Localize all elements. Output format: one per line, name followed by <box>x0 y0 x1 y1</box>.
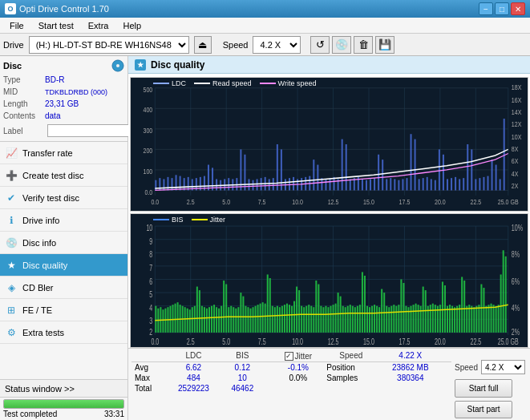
svg-rect-240 <box>364 276 366 333</box>
right-panel: ★ Disc quality LDC Read speed <box>128 56 530 420</box>
nav-create-test-disc[interactable]: ➕ Create test disc <box>0 164 127 187</box>
svg-rect-71 <box>362 179 363 190</box>
speed-select-stats[interactable]: 4.2 X <box>481 360 525 374</box>
nav-extra-tests-label: Extra tests <box>22 328 64 337</box>
svg-text:10X: 10X <box>512 133 522 141</box>
svg-rect-26 <box>180 176 181 191</box>
svg-rect-213 <box>298 290 300 333</box>
speed-label: Speed <box>223 40 249 50</box>
svg-rect-281 <box>463 281 465 333</box>
svg-rect-276 <box>451 306 453 333</box>
svg-rect-241 <box>366 306 368 333</box>
col-speed-label: Speed <box>323 350 378 361</box>
start-part-button[interactable]: Start part <box>455 401 512 419</box>
svg-text:15.0: 15.0 <box>363 199 374 207</box>
drive-select[interactable]: (H:) HL-DT-ST BD-RE WH16NS48 1.D3 <box>29 36 189 54</box>
col-jitter-checkbox: ✓ Jitter <box>273 350 323 361</box>
svg-rect-170 <box>194 306 196 333</box>
chart-bis-svg: 10 9 8 7 6 5 4 3 2 10% 8% 6% 4% 2% <box>131 214 528 347</box>
status-window-button[interactable]: Status window >> <box>0 380 127 398</box>
svg-rect-287 <box>478 305 479 333</box>
svg-text:15.0: 15.0 <box>363 337 374 347</box>
svg-rect-154 <box>155 306 156 333</box>
maximize-button[interactable]: □ <box>495 2 509 15</box>
svg-rect-93 <box>451 178 452 190</box>
speed-select[interactable]: 4.2 X <box>253 36 301 54</box>
samples-value: 380364 <box>378 373 442 383</box>
svg-text:10: 10 <box>146 224 152 233</box>
svg-rect-296 <box>500 274 502 332</box>
svg-rect-34 <box>212 168 213 190</box>
svg-text:2%: 2% <box>512 328 520 337</box>
nav-disc-info[interactable]: 💿 Disc info <box>0 232 127 254</box>
stats-table-area: LDC BIS ✓ Jitter Speed 4.2 <box>131 350 451 418</box>
svg-rect-280 <box>461 277 463 332</box>
svg-rect-172 <box>199 290 200 333</box>
nav-cd-bler[interactable]: ◈ CD Bler <box>0 277 127 299</box>
chart-bis: BIS Jitter <box>130 213 528 348</box>
svg-text:25.0 GB: 25.0 GB <box>498 337 519 347</box>
svg-rect-215 <box>303 307 305 333</box>
avg-ldc: 6.62 <box>166 361 221 373</box>
disc-panel-title: Disc <box>3 61 22 71</box>
svg-rect-218 <box>310 306 312 333</box>
svg-rect-86 <box>423 178 424 190</box>
svg-rect-294 <box>496 306 497 333</box>
nav-transfer-rate[interactable]: 📈 Transfer rate <box>0 142 127 164</box>
menu-extra[interactable]: Extra <box>82 19 115 32</box>
svg-rect-233 <box>347 306 349 333</box>
svg-text:400: 400 <box>143 107 152 115</box>
svg-rect-99 <box>475 179 476 190</box>
nav-fe-te[interactable]: ⊞ FE / TE <box>0 299 127 321</box>
close-button[interactable]: ✕ <box>511 2 525 15</box>
jitter-checkbox[interactable]: ✓ <box>285 352 293 361</box>
svg-rect-254 <box>398 305 399 333</box>
disc-quality-header-icon: ★ <box>135 59 146 71</box>
svg-rect-89 <box>435 180 436 191</box>
drive-icon-save[interactable]: 💾 <box>375 36 394 54</box>
bis-legend-color <box>153 219 169 220</box>
svg-text:2.5: 2.5 <box>187 337 195 347</box>
svg-rect-174 <box>204 307 205 333</box>
svg-rect-163 <box>177 302 179 333</box>
svg-rect-197 <box>260 304 261 333</box>
svg-text:5: 5 <box>149 290 152 300</box>
menu-help[interactable]: Help <box>116 19 148 32</box>
svg-rect-90 <box>439 149 440 190</box>
svg-text:7.5: 7.5 <box>258 199 266 207</box>
eject-button[interactable]: ⏏ <box>194 36 212 54</box>
drive-icon-erase[interactable]: 🗑 <box>354 36 373 54</box>
stats-table: LDC BIS ✓ Jitter Speed 4.2 <box>131 350 451 394</box>
svg-rect-269 <box>435 305 436 333</box>
drive-icon-refresh[interactable]: ↺ <box>310 36 330 54</box>
svg-rect-221 <box>318 285 319 333</box>
minimize-button[interactable]: − <box>479 2 493 15</box>
nav-verify-test-disc[interactable]: ✔ Verify test disc <box>0 187 127 209</box>
svg-rect-264 <box>423 287 424 333</box>
svg-rect-83 <box>411 134 412 190</box>
disc-info-icon: 💿 <box>5 237 18 248</box>
svg-rect-173 <box>201 306 203 333</box>
svg-rect-277 <box>454 307 455 333</box>
svg-text:20.0: 20.0 <box>435 337 446 347</box>
nav-drive-info[interactable]: ℹ Drive info <box>0 209 127 232</box>
nav-extra-tests[interactable]: ⚙ Extra tests <box>0 321 127 344</box>
drive-icon-disc[interactable]: 💿 <box>332 36 351 54</box>
nav-disc-quality[interactable]: ★ Disc quality <box>0 254 127 277</box>
svg-rect-188 <box>237 307 239 333</box>
svg-rect-182 <box>223 281 225 333</box>
jitter-legend-label: Jitter <box>210 216 226 224</box>
svg-text:8: 8 <box>149 250 152 260</box>
svg-rect-201 <box>269 278 271 333</box>
menu-start-test[interactable]: Start test <box>32 19 80 32</box>
transfer-rate-icon: 📈 <box>5 147 18 159</box>
svg-rect-91 <box>443 155 444 191</box>
menu-file[interactable]: File <box>3 19 30 32</box>
start-full-button[interactable]: Start full <box>455 379 512 398</box>
svg-text:5.0: 5.0 <box>222 337 230 347</box>
svg-rect-98 <box>471 149 472 190</box>
svg-rect-205 <box>279 307 281 333</box>
col-speed-value: 4.22 X <box>378 350 442 361</box>
svg-text:17.5: 17.5 <box>399 199 411 207</box>
create-test-disc-icon: ➕ <box>5 170 18 181</box>
